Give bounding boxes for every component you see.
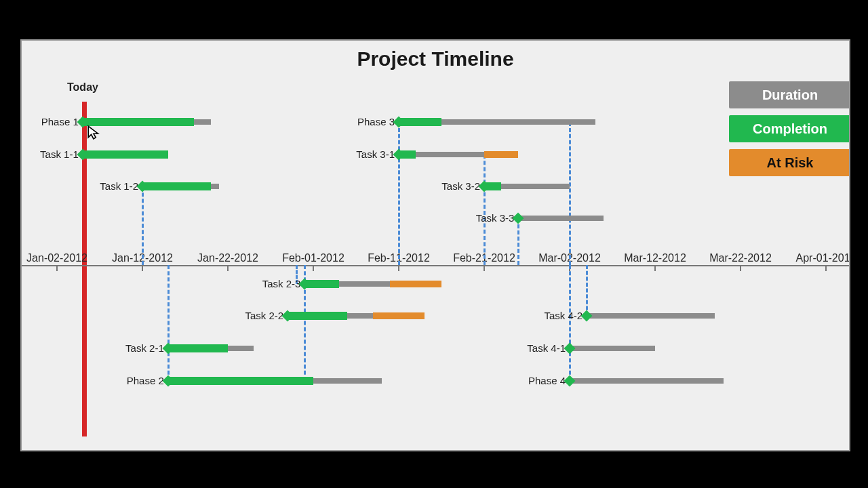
task-label: Task 2-2 <box>232 310 283 321</box>
dependency-line <box>167 265 170 381</box>
start-diamond-icon[interactable] <box>564 375 576 387</box>
task-label: Task 3-2 <box>429 180 480 192</box>
dependency-line <box>569 122 571 265</box>
task-label: Phase 2 <box>118 375 164 386</box>
x-tick: Mar-12-2012 <box>614 252 696 264</box>
dependency-line <box>586 265 588 316</box>
dependency-line <box>398 122 400 265</box>
dependency-line <box>569 265 571 381</box>
x-tick: Feb-01-2012 <box>273 252 354 264</box>
start-diamond-icon[interactable] <box>581 310 593 322</box>
at-risk-bar[interactable] <box>373 312 425 319</box>
task-label: Phase 3 <box>349 116 395 127</box>
x-tick: Mar-22-2012 <box>700 252 781 264</box>
task-label: Task 3-1 <box>343 148 395 160</box>
duration-bar[interactable] <box>570 378 724 384</box>
x-tick: Apr-01-2012 <box>785 252 850 264</box>
task-label: Task 4-2 <box>531 310 583 321</box>
legend-at-risk[interactable]: At Risk <box>729 149 850 176</box>
chart-frame: Project Timeline Today Jan-02-2012Jan-12… <box>20 39 850 451</box>
dependency-line <box>517 218 519 265</box>
dependency-line <box>142 186 144 265</box>
completion-bar[interactable] <box>399 118 441 126</box>
legend-completion[interactable]: Completion <box>729 115 850 142</box>
task-label: Task 2-1 <box>113 342 164 354</box>
task-label: Task 1-2 <box>87 180 138 192</box>
task-label: Phase 1 <box>33 116 79 127</box>
completion-bar[interactable] <box>142 182 211 190</box>
task-label: Task 2-3 <box>249 278 300 289</box>
completion-bar[interactable] <box>83 118 194 126</box>
completion-bar[interactable] <box>288 312 347 320</box>
x-tick: Jan-02-2012 <box>20 252 98 264</box>
legend-duration[interactable]: Duration <box>729 81 850 108</box>
legend: Duration Completion At Risk <box>729 81 850 183</box>
task-label: Phase 4 <box>519 375 566 386</box>
duration-bar[interactable] <box>518 216 604 221</box>
x-tick: Jan-22-2012 <box>187 252 269 264</box>
start-diamond-icon[interactable] <box>564 343 576 354</box>
completion-bar[interactable] <box>83 150 168 159</box>
gantt-chart: Jan-02-2012Jan-12-2012Jan-22-2012Feb-01-… <box>22 41 849 450</box>
task-label: Task 3-3 <box>462 212 514 224</box>
start-diamond-icon[interactable] <box>513 213 524 224</box>
at-risk-bar[interactable] <box>484 151 518 158</box>
duration-bar[interactable] <box>587 313 715 319</box>
completion-bar[interactable] <box>168 377 313 385</box>
completion-bar[interactable] <box>168 344 228 352</box>
at-risk-bar[interactable] <box>390 281 441 287</box>
task-label: Task 1-1 <box>27 148 79 160</box>
x-axis <box>22 265 849 266</box>
task-label: Task 4-1 <box>514 342 566 354</box>
dependency-line <box>484 155 486 265</box>
duration-bar[interactable] <box>570 346 655 351</box>
